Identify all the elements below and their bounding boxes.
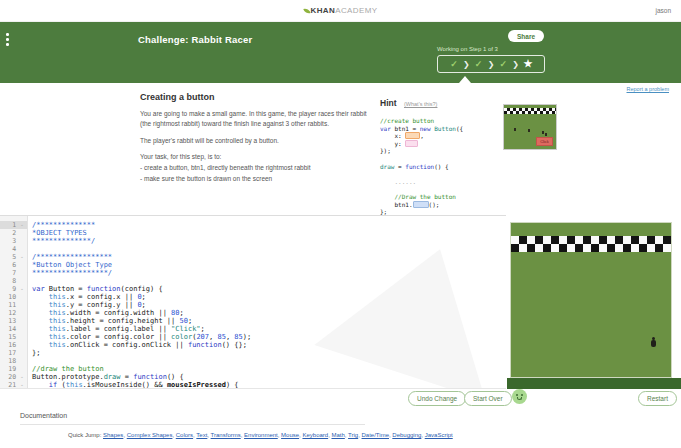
rabbit-sprite — [542, 131, 544, 134]
rabbit-sprite — [545, 133, 547, 136]
code-line: ...... — [380, 178, 508, 186]
avatar-eye — [521, 394, 523, 396]
start-over-button[interactable]: Start Over — [464, 391, 512, 406]
quick-jump-link-shapes[interactable]: Shapes — [103, 432, 123, 438]
challenge-header: Challenge: Rabbit Racer Share Working on… — [0, 22, 681, 83]
quick-jump-link-trig[interactable]: Trig — [348, 432, 358, 438]
code-line: this.y = config.y || 0; — [32, 301, 251, 309]
line-number: 10 — [0, 293, 27, 301]
quick-jump-label: Quick Jump: — [68, 432, 103, 438]
line-number[interactable]: 5 - — [0, 253, 27, 261]
finish-line-checker — [511, 236, 671, 252]
username-link[interactable]: jason — [655, 7, 671, 14]
code-line: var Button = function(config) { — [32, 285, 251, 293]
whats-this-link[interactable]: (What's this?) — [404, 101, 437, 107]
code-line: y: — [380, 140, 508, 148]
current-step-pointer — [459, 76, 471, 83]
code-line — [32, 277, 251, 285]
line-number: 4 — [0, 245, 27, 253]
code-line: }); — [380, 147, 508, 155]
step-check-icon[interactable]: ✓ — [495, 60, 511, 69]
code-line: //create button — [380, 117, 508, 125]
code-line — [380, 155, 508, 163]
step-check-icon[interactable]: ✓ — [471, 60, 487, 69]
step-chevron-icon: ❯ — [463, 60, 470, 69]
quick-jump-link-date-time[interactable]: Date/Time — [362, 432, 389, 438]
line-number: 2 — [0, 229, 27, 237]
code-line: //Draw the button — [380, 193, 508, 201]
program-output-canvas[interactable] — [510, 222, 672, 378]
quick-jump-link-complex-shapes[interactable]: Complex Shapes — [127, 432, 173, 438]
code-line: this.x = config.x || 0; — [32, 293, 251, 301]
code-line: this.onClick = config.onClick || functio… — [32, 341, 251, 349]
line-number: 7 — [0, 269, 27, 277]
code-line: btn1.(); — [380, 201, 508, 209]
line-number[interactable]: 21 - — [0, 381, 27, 389]
line-number: 13 — [0, 317, 27, 325]
documentation-heading[interactable]: Documentation — [20, 412, 67, 419]
quick-jump-link-transforms[interactable]: Transforms — [211, 432, 241, 438]
code-line — [380, 185, 508, 193]
code-line — [380, 170, 508, 178]
quick-jump-link-colors[interactable]: Colors — [176, 432, 193, 438]
code-line: /************** — [32, 221, 251, 229]
step-title: Creating a button — [140, 92, 378, 102]
step-chevron-icon: ❯ — [488, 60, 495, 69]
khan-academy-challenge-page: KHANACADEMY jason Challenge: Rabbit Race… — [0, 0, 681, 448]
instructions-paragraph: The player's rabbit will be controlled b… — [140, 136, 378, 146]
line-number[interactable]: 1 - — [0, 221, 27, 229]
code-line: this.height = config.height || 50; — [32, 317, 251, 325]
quick-jump-link-keyboard[interactable]: Keyboard — [302, 432, 328, 438]
instructions-paragraph: You are going to make a small game. In t… — [140, 109, 378, 129]
step-star-icon[interactable]: ★ — [520, 59, 536, 69]
quick-jump-link-debugging[interactable]: Debugging — [392, 432, 421, 438]
report-a-problem-link[interactable]: Report a problem — [627, 86, 670, 92]
line-number: 14 — [0, 325, 27, 333]
character-avatar[interactable] — [512, 389, 527, 404]
fold-marker-icon: - — [20, 253, 24, 261]
instructions-section: Report a problem Creating a button You a… — [0, 83, 681, 215]
code-line: /****************** — [32, 253, 251, 261]
logo-academy-text: ACADEMY — [335, 6, 377, 15]
code-line: ******************/ — [32, 269, 251, 277]
fold-marker-icon: - — [20, 285, 24, 293]
share-button[interactable]: Share — [508, 30, 544, 42]
kebab-menu-icon[interactable] — [6, 33, 14, 48]
code-line: this.label = config.label || "Click"; — [32, 325, 251, 333]
line-number: 18 — [0, 357, 27, 365]
quick-jump-link-environment[interactable]: Environment — [244, 432, 278, 438]
step-progress-stepper: ✓❯✓❯✓❯★ — [437, 55, 545, 73]
line-number[interactable]: 9 - — [0, 285, 27, 293]
code-line: if (this.isMouseInside() && mouseIsPress… — [32, 381, 251, 389]
quick-jump-link-math[interactable]: Math — [331, 432, 344, 438]
code-line: **************/ — [32, 237, 251, 245]
canvas-bottom-bar — [507, 378, 681, 389]
quick-jump-link-javascript[interactable]: JavaScript — [425, 432, 453, 438]
line-number: 3 — [0, 237, 27, 245]
undo-change-button[interactable]: Undo Change — [408, 391, 466, 406]
documentation-divider — [20, 424, 365, 425]
line-number: 8 — [0, 277, 27, 285]
code-line — [32, 357, 251, 365]
player-rabbit-sprite — [651, 340, 656, 347]
code-line — [32, 245, 251, 253]
line-number: 16 — [0, 341, 27, 349]
code-line: *OBJECT TYPES — [32, 229, 251, 237]
goal-preview-canvas: Click — [503, 104, 557, 150]
avatar-eye — [516, 394, 518, 396]
code-line: this.width = config.width || 80; — [32, 309, 251, 317]
step-check-icon[interactable]: ✓ — [446, 60, 462, 69]
quick-jump-link-text[interactable]: Text — [196, 432, 207, 438]
step-chevron-icon: ❯ — [512, 60, 519, 69]
quick-jump-link-mouse[interactable]: Mouse — [281, 432, 299, 438]
restart-button[interactable]: Restart — [638, 391, 677, 406]
code-editor[interactable]: 1 -2 3 4 5 -6 7 8 9 -10 11 12 13 14 15 1… — [0, 215, 506, 389]
rabbit-sprite — [514, 128, 516, 131]
rabbit-sprite — [528, 129, 530, 132]
fold-marker-icon: - — [20, 221, 24, 229]
code-line: draw = function() { — [380, 163, 508, 171]
line-number: 15 — [0, 333, 27, 341]
line-number[interactable]: 20 - — [0, 373, 27, 381]
khan-academy-logo[interactable]: KHANACADEMY — [303, 6, 377, 15]
editor-watermark — [314, 221, 506, 389]
